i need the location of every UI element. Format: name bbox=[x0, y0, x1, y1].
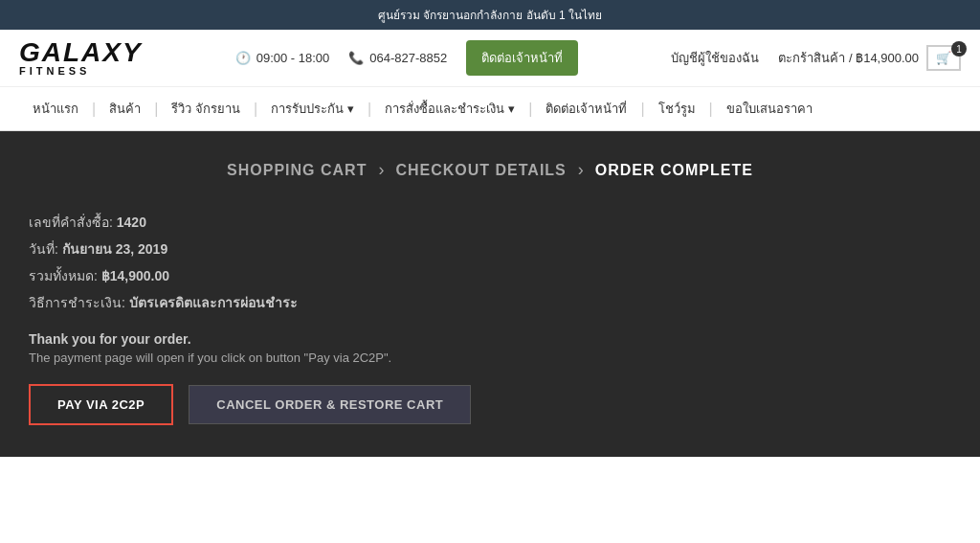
account-link[interactable]: บัญชีผู้ใช้ของฉัน bbox=[671, 48, 759, 68]
main-content: SHOPPING CART › CHECKOUT DETAILS › ORDER… bbox=[0, 131, 980, 457]
cart-area[interactable]: ตะกร้าสินค้า / ฿14,900.00 🛒 1 bbox=[778, 45, 961, 71]
nav-item-showroom[interactable]: โชว์รูม bbox=[645, 87, 709, 130]
nav-item-contact[interactable]: ติดต่อเจ้าหน้าที่ bbox=[532, 87, 640, 130]
logo-fitness: FITNESS bbox=[19, 66, 143, 77]
nav-item-review[interactable]: รีวิว จักรยาน bbox=[158, 87, 254, 130]
cart-icon: 🛒 bbox=[936, 51, 951, 65]
nav-item-home[interactable]: หน้าแรก bbox=[19, 87, 92, 130]
navigation: หน้าแรก | สินค้า | รีวิว จักรยาน | การรั… bbox=[0, 87, 980, 131]
logo: GALAXY FITNESS bbox=[19, 39, 143, 77]
breadcrumb-shopping-cart: SHOPPING CART bbox=[227, 162, 367, 179]
clock-icon: 🕐 bbox=[235, 51, 251, 65]
order-payment-row: วิธีการชำระเงิน: บัตรเครดิตและการผ่อนชำร… bbox=[29, 289, 951, 316]
order-details: เลขที่คำสั่งซื้อ: 1420 วันที่: กันยายน 2… bbox=[29, 209, 951, 316]
pay-via-2c2p-button[interactable]: PAY VIA 2C2P bbox=[29, 384, 173, 425]
thank-you-text: Thank you for your order. bbox=[29, 331, 951, 347]
contact-button[interactable]: ติดต่อเจ้าหน้าที่ bbox=[466, 40, 578, 76]
order-number-row: เลขที่คำสั่งซื้อ: 1420 bbox=[29, 209, 951, 236]
order-payment-label: วิธีการชำระเงิน: bbox=[29, 295, 125, 310]
business-hours: 🕐 09:00 - 18:00 bbox=[235, 51, 330, 65]
breadcrumb-sep-2: › bbox=[578, 160, 584, 180]
phone-info: 📞 064-827-8852 bbox=[348, 51, 447, 65]
order-date-row: วันที่: กันยายน 23, 2019 bbox=[29, 236, 951, 262]
nav-item-warranty[interactable]: การรับประกัน ▾ bbox=[257, 87, 368, 130]
action-buttons: PAY VIA 2C2P CANCEL ORDER & RESTORE CART bbox=[29, 384, 951, 425]
hours-text: 09:00 - 18:00 bbox=[256, 51, 330, 65]
order-payment-value: บัตรเครดิตและการผ่อนชำระ bbox=[129, 295, 298, 310]
header-right: บัญชีผู้ใช้ของฉัน ตะกร้าสินค้า / ฿14,900… bbox=[671, 45, 961, 71]
banner-text: ศูนย์รวม จักรยานอกกำลังกาย อันดับ 1 ในไท… bbox=[378, 9, 602, 22]
cart-count: 1 bbox=[951, 41, 967, 57]
instruction-text: The payment page will open if you click … bbox=[29, 351, 951, 365]
order-total-row: รวมทั้งหมด: ฿14,900.00 bbox=[29, 262, 951, 289]
warranty-dropdown-icon: ▾ bbox=[347, 102, 354, 116]
top-banner: ศูนย์รวม จักรยานอกกำลังกาย อันดับ 1 ในไท… bbox=[0, 0, 980, 30]
nav-item-order[interactable]: การสั่งซื้อและชำระเงิน ▾ bbox=[371, 87, 528, 130]
cart-label: ตะกร้าสินค้า / ฿14,900.00 bbox=[778, 48, 919, 68]
order-number-value: 1420 bbox=[117, 215, 146, 230]
order-date-value: กันยายน 23, 2019 bbox=[62, 241, 167, 257]
order-date-label: วันที่: bbox=[29, 241, 58, 257]
breadcrumb-checkout-details: CHECKOUT DETAILS bbox=[395, 162, 566, 179]
header: GALAXY FITNESS 🕐 09:00 - 18:00 📞 064-827… bbox=[0, 30, 980, 87]
cancel-order-button[interactable]: CANCEL ORDER & RESTORE CART bbox=[189, 385, 471, 424]
nav-item-products[interactable]: สินค้า bbox=[96, 87, 154, 130]
order-total-label: รวมทั้งหมด: bbox=[29, 268, 98, 283]
phone-number: 064-827-8852 bbox=[369, 51, 447, 65]
breadcrumb-sep-1: › bbox=[378, 160, 384, 180]
logo-galaxy: GALAXY bbox=[19, 39, 143, 66]
breadcrumb-order-complete: ORDER COMPLETE bbox=[595, 162, 753, 179]
breadcrumb: SHOPPING CART › CHECKOUT DETAILS › ORDER… bbox=[29, 160, 951, 180]
header-center: 🕐 09:00 - 18:00 📞 064-827-8852 ติดต่อเจ้… bbox=[235, 40, 579, 76]
order-total-value: ฿14,900.00 bbox=[101, 268, 169, 283]
phone-icon: 📞 bbox=[348, 51, 364, 65]
nav-item-quote[interactable]: ขอใบเสนอราคา bbox=[713, 87, 826, 130]
cart-box[interactable]: 🛒 1 bbox=[926, 45, 961, 71]
order-number-label: เลขที่คำสั่งซื้อ: bbox=[29, 215, 113, 230]
order-dropdown-icon: ▾ bbox=[508, 102, 515, 116]
